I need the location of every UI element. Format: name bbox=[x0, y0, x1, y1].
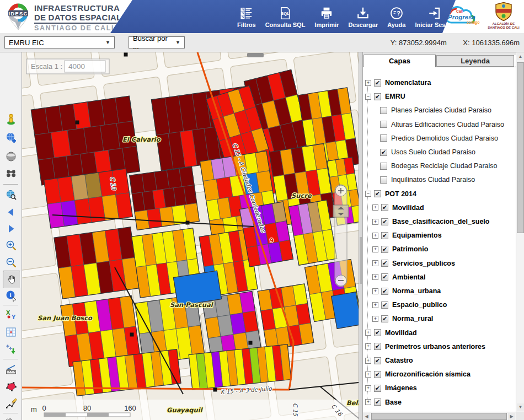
layer-checkbox[interactable]: ✔ bbox=[374, 93, 381, 100]
layer-tree-item[interactable]: −✔EMRU bbox=[363, 91, 405, 101]
panel-splitter[interactable] bbox=[359, 52, 363, 420]
expand-icon[interactable]: + bbox=[365, 399, 371, 405]
layer-checkbox[interactable]: ✔ bbox=[381, 301, 388, 309]
vertical-scroll-thumb[interactable] bbox=[517, 62, 524, 233]
layer-label[interactable]: Inquilinatos Ciudad Paraiso bbox=[391, 176, 475, 184]
layer-tree-item[interactable]: +✔Catastro bbox=[363, 356, 413, 365]
layer-checkbox[interactable]: ✔ bbox=[374, 329, 381, 336]
map-top-handle[interactable] bbox=[247, 53, 264, 57]
layer-checkbox[interactable]: ✔ bbox=[381, 273, 388, 281]
layer-label[interactable]: Movilidad bbox=[385, 329, 417, 337]
globe-add-tool[interactable] bbox=[3, 130, 19, 146]
zoom-in-tool[interactable] bbox=[3, 237, 19, 254]
layer-label[interactable]: Usos Suelo Ciudad Paraiso bbox=[391, 148, 475, 156]
select-point-tool[interactable] bbox=[3, 414, 19, 420]
scroll-left-button[interactable]: ◀ bbox=[363, 413, 370, 420]
layer-checkbox[interactable] bbox=[380, 107, 387, 114]
layer-checkbox[interactable]: ✔ bbox=[374, 79, 381, 87]
layer-label[interactable]: Espacio_publico bbox=[392, 301, 447, 309]
layer-checkbox[interactable]: ✔ bbox=[374, 371, 381, 378]
layer-label[interactable]: Imágenes bbox=[385, 384, 417, 392]
panel-vertical-scrollbar[interactable]: ▲ ▼ bbox=[516, 52, 524, 412]
pan-tool[interactable] bbox=[3, 271, 20, 288]
layer-label[interactable]: Ambiental bbox=[392, 273, 425, 281]
expand-icon[interactable]: + bbox=[365, 80, 371, 86]
layer-tree-item[interactable]: +✔Perímetros urbanos anteriores bbox=[363, 342, 485, 352]
layer-tree-item[interactable]: +✔Base_clasificacion_del_suelo bbox=[363, 217, 489, 227]
filters-button[interactable]: Filtros bbox=[237, 6, 256, 28]
layer-checkbox[interactable]: ✔ bbox=[381, 204, 388, 211]
layer-tree-item[interactable]: +✔Nomenclatura bbox=[363, 78, 431, 88]
layer-tree-item[interactable]: Planes Parciales Ciudad Paraiso bbox=[363, 105, 491, 115]
collapse-icon[interactable]: − bbox=[365, 94, 371, 100]
layer-checkbox[interactable]: ✔ bbox=[381, 218, 388, 225]
expand-icon[interactable]: + bbox=[365, 385, 371, 391]
globe-3d-tool[interactable] bbox=[3, 148, 19, 165]
panel-horizontal-scrollbar[interactable]: ◀ ▶ bbox=[363, 412, 516, 420]
layer-checkbox[interactable]: ✔ bbox=[374, 385, 381, 392]
layer-checkbox[interactable]: ✔ bbox=[374, 190, 381, 197]
identify-tool[interactable]: i bbox=[3, 287, 19, 304]
layer-label[interactable]: Equipamientos bbox=[392, 231, 442, 239]
expand-icon[interactable]: + bbox=[372, 204, 378, 211]
expand-icon[interactable]: + bbox=[372, 288, 378, 294]
expand-icon[interactable]: + bbox=[365, 371, 371, 378]
layer-checkbox[interactable]: ✔ bbox=[381, 315, 388, 322]
layer-tree-item[interactable]: +✔Base bbox=[363, 397, 402, 407]
layer-label[interactable]: EMRU bbox=[385, 93, 405, 100]
layer-label[interactable]: Patrimonio bbox=[392, 245, 428, 253]
layer-checkbox[interactable]: ✔ bbox=[374, 357, 381, 364]
expand-icon[interactable]: + bbox=[372, 219, 378, 225]
layer-label[interactable]: Bodegas Reciclaje Ciudad Paraiso bbox=[391, 162, 497, 170]
splitter-handle[interactable] bbox=[360, 237, 362, 284]
layer-label[interactable]: Norma_urbana bbox=[392, 287, 441, 295]
scroll-up-button[interactable]: ▲ bbox=[517, 53, 524, 60]
layer-checkbox[interactable] bbox=[380, 176, 387, 184]
layer-group-select[interactable]: EMRU EIC ▼ bbox=[4, 36, 115, 49]
collapse-icon[interactable]: − bbox=[365, 191, 371, 197]
layer-label[interactable]: Alturas Edificaciones Ciudad Paraiso bbox=[391, 121, 504, 128]
grid-point-tool[interactable] bbox=[3, 324, 19, 340]
next-view-tool[interactable] bbox=[3, 220, 19, 237]
expand-icon[interactable]: + bbox=[365, 358, 371, 364]
expand-icon[interactable]: + bbox=[372, 260, 378, 266]
map-canvas[interactable]: m 0 80 160 El CalvarioC 13C 15 - A Ciuda… bbox=[22, 52, 359, 420]
scroll-right-button[interactable]: ▶ bbox=[508, 413, 515, 420]
layer-checkbox[interactable]: ✔ bbox=[381, 260, 388, 267]
layer-tree-item[interactable]: +✔Movilidad bbox=[363, 203, 424, 213]
xy-coordinates-tool[interactable]: XY bbox=[3, 306, 19, 323]
zoom-slider-track[interactable] bbox=[335, 185, 347, 287]
expand-icon[interactable]: + bbox=[372, 316, 378, 322]
search-by-select[interactable]: Buscar por ... ▼ bbox=[129, 36, 185, 49]
layer-label[interactable]: Base bbox=[385, 399, 402, 406]
layer-tree-item[interactable]: Alturas Edificaciones Ciudad Paraiso bbox=[363, 120, 504, 130]
expand-icon[interactable]: + bbox=[365, 330, 371, 336]
layer-label[interactable]: POT 2014 bbox=[385, 190, 416, 198]
draw-polygon-tool[interactable] bbox=[3, 378, 19, 395]
layer-tree-item[interactable]: +✔Ambiental bbox=[363, 272, 425, 282]
layer-tree-item[interactable]: ✔Usos Suelo Ciudad Paraiso bbox=[363, 147, 475, 157]
layer-checkbox[interactable] bbox=[380, 163, 387, 170]
measure-tool[interactable] bbox=[3, 361, 19, 378]
street-view-tool[interactable] bbox=[3, 111, 19, 127]
layer-tree-item[interactable]: +✔Movilidad bbox=[363, 328, 417, 338]
layer-tree-item[interactable]: +✔Servicios_publicos bbox=[363, 259, 455, 268]
layer-checkbox[interactable]: ✔ bbox=[374, 343, 381, 350]
layer-tree-item[interactable]: +✔Norma_rural bbox=[363, 314, 433, 324]
zoom-out-tool[interactable] bbox=[3, 254, 19, 271]
expand-icon[interactable]: + bbox=[372, 246, 378, 252]
layer-label[interactable]: Perímetros urbanos anteriores bbox=[385, 343, 485, 351]
previous-view-tool[interactable] bbox=[3, 204, 19, 220]
layer-label[interactable]: Base_clasificacion_del_suelo bbox=[392, 218, 489, 225]
add-data-tool[interactable] bbox=[3, 341, 19, 357]
draw-line-tool[interactable] bbox=[3, 395, 19, 412]
layer-checkbox[interactable]: ✔ bbox=[374, 399, 381, 406]
layer-label[interactable]: Nomenclatura bbox=[385, 79, 431, 87]
layer-checkbox[interactable]: ✔ bbox=[381, 232, 388, 239]
zoom-slider-handle[interactable] bbox=[333, 205, 349, 217]
layer-tree-item[interactable]: +✔Patrimonio bbox=[363, 244, 428, 254]
layer-checkbox[interactable]: ✔ bbox=[381, 288, 388, 295]
layer-tree-item[interactable]: +✔Imágenes bbox=[363, 383, 417, 393]
layer-label[interactable]: Microzonificación sísmica bbox=[385, 370, 470, 378]
layer-label[interactable]: Predios Demolidos Ciudad Paraiso bbox=[391, 134, 498, 142]
